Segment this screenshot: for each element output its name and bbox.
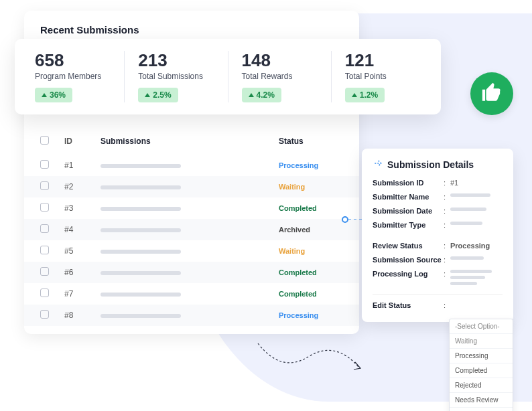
row-checkbox[interactable] [40, 267, 49, 276]
stat-block: 213 Total Submissions 2.5% [125, 51, 228, 102]
detail-edit-status: Edit Status : [373, 294, 503, 309]
row-checkbox[interactable] [40, 224, 49, 233]
stats-card: 658 Program Members 36% 213 Total Submis… [15, 39, 441, 114]
detail-submission-date: Submission Date : [373, 207, 503, 215]
row-submission-placeholder [101, 268, 279, 277]
triangle-up-icon [249, 93, 254, 97]
detail-review-status: Review Status : Processing [373, 242, 503, 250]
stat-value: 658 [35, 51, 111, 70]
row-status: Waiting [279, 247, 343, 255]
detail-submission-id: Submission ID : #1 [373, 179, 503, 187]
dropdown-placeholder[interactable]: -Select Option- [450, 319, 513, 334]
row-status: Waiting [279, 183, 343, 191]
detail-submitter-type: Submitter Type : [373, 221, 503, 229]
row-checkbox[interactable] [40, 160, 49, 169]
stat-label: Total Rewards [242, 72, 318, 81]
row-submission-placeholder [101, 289, 279, 299]
select-all-checkbox[interactable] [40, 136, 49, 145]
triangle-up-icon [145, 93, 150, 97]
arrow-right-icon [373, 158, 383, 171]
table-row[interactable]: #5 Waiting [24, 240, 359, 262]
row-submission-placeholder [101, 161, 279, 170]
stat-block: 658 Program Members 36% [21, 51, 125, 102]
dropdown-option[interactable]: Waiting [450, 334, 513, 349]
submission-details-panel: Submission Details Submission ID : #1 Su… [362, 149, 513, 322]
detail-submission-source: Submission Source : [373, 256, 503, 264]
row-id: #7 [64, 289, 101, 299]
row-checkbox[interactable] [40, 310, 49, 319]
stat-value: 148 [242, 51, 318, 70]
table-row[interactable]: #6 Completed [24, 262, 359, 283]
stat-block: 121 Total Points 1.2% [332, 51, 434, 102]
detail-processing-log: Processing Log : [373, 270, 503, 288]
row-id: #1 [64, 161, 101, 170]
row-id: #2 [64, 182, 101, 191]
details-header: Submission Details [373, 158, 503, 171]
stat-change-badge: 2.5% [138, 88, 178, 102]
dropdown-option[interactable]: Completed [450, 363, 513, 378]
stat-change-badge: 4.2% [242, 88, 281, 102]
stat-label: Total Submissions [138, 72, 214, 81]
row-id: #5 [64, 246, 101, 256]
header-id: ID [64, 137, 101, 146]
stat-change-badge: 36% [35, 88, 72, 102]
row-status: Processing [279, 311, 343, 319]
row-id: #3 [64, 203, 101, 213]
row-checkbox[interactable] [40, 289, 49, 297]
thumbs-up-icon [480, 81, 503, 106]
details-title: Submission Details [387, 159, 474, 170]
row-submission-placeholder [101, 246, 279, 256]
row-id: #6 [64, 268, 101, 277]
triangle-up-icon [42, 93, 47, 97]
row-id: #4 [64, 225, 101, 234]
thumbs-up-badge [470, 72, 513, 115]
stat-label: Program Members [35, 72, 111, 81]
stat-change-badge: 1.2% [345, 88, 385, 102]
row-status: Completed [279, 268, 343, 276]
detail-submitter-name: Submitter Name : [373, 193, 503, 201]
row-checkbox[interactable] [40, 181, 49, 190]
dropdown-option[interactable]: Processing [450, 349, 513, 363]
dropdown-option[interactable]: Archived [450, 408, 513, 411]
header-status: Status [279, 137, 343, 146]
table-row[interactable]: #8 Processing [24, 305, 359, 326]
row-submission-placeholder [101, 311, 279, 320]
triangle-up-icon [352, 93, 357, 97]
table-row[interactable]: #7 Completed [24, 283, 359, 305]
stat-value: 121 [345, 51, 421, 70]
decorative-squiggle [255, 340, 362, 380]
row-submission-placeholder [101, 182, 279, 191]
table-row[interactable]: #1 Processing [24, 155, 359, 176]
row-checkbox[interactable] [40, 246, 49, 254]
edit-status-dropdown[interactable]: -Select Option- WaitingProcessingComplet… [449, 319, 513, 411]
row-submission-placeholder [101, 203, 279, 213]
stat-value: 213 [138, 51, 214, 70]
table-header-row: ID Submissions Status [40, 131, 343, 155]
connector-dot [342, 216, 348, 223]
table-row[interactable]: #4 Archived [24, 219, 359, 240]
dropdown-option[interactable]: Rejected [450, 378, 513, 393]
stat-label: Total Points [345, 72, 421, 81]
row-status: Completed [279, 204, 343, 212]
row-submission-placeholder [101, 225, 279, 234]
row-status: Processing [279, 161, 343, 169]
stat-block: 148 Total Rewards 4.2% [228, 51, 332, 102]
submissions-table: ID Submissions Status #1 Processing #2 W… [24, 131, 359, 326]
row-id: #8 [64, 311, 101, 320]
row-status: Completed [279, 290, 343, 298]
table-row[interactable]: #3 Completed [24, 197, 359, 219]
header-submissions: Submissions [101, 137, 279, 146]
dropdown-option[interactable]: Needs Review [450, 393, 513, 408]
row-status: Archived [279, 226, 343, 234]
table-row[interactable]: #2 Waiting [24, 176, 359, 197]
row-checkbox[interactable] [40, 203, 49, 212]
